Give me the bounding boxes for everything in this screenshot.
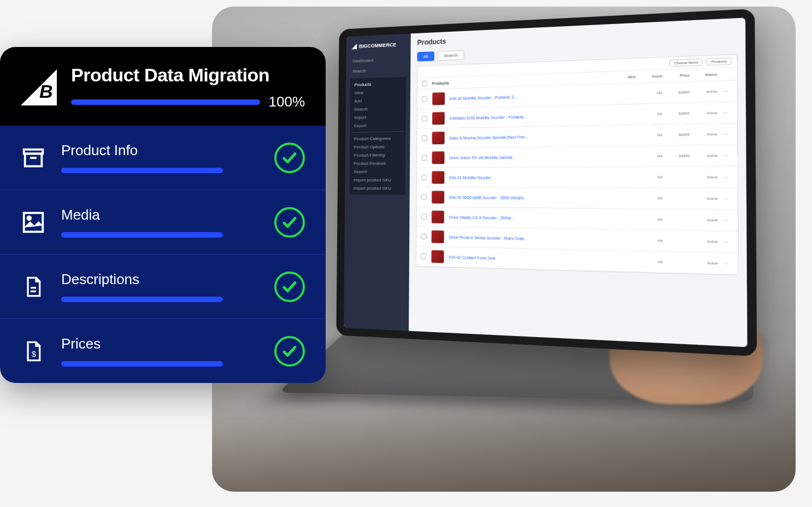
cell-status: Active: [695, 90, 717, 94]
sidebar-item-reviews[interactable]: Product Reviews: [351, 159, 403, 168]
product-name-link[interactable]: EW-42 Mobility Scooter - Portable 3...: [450, 92, 609, 101]
sidebar-item-export[interactable]: Export: [352, 121, 404, 130]
products-table: Choose Items Products Products SKU Stock…: [416, 54, 739, 275]
migration-header: B Product Data Migration 100%: [0, 47, 326, 126]
checkmark-icon: [274, 143, 305, 173]
row-actions-icon[interactable]: ⋯: [723, 217, 732, 223]
row-actions-icon[interactable]: ⋯: [722, 110, 732, 115]
product-thumbnail: [431, 210, 445, 224]
sidebar-item-dashboard[interactable]: Dashboard: [350, 55, 406, 65]
product-thumbnail: [431, 170, 445, 184]
product-thumbnail: [432, 92, 445, 105]
progress-bar: [61, 232, 223, 238]
col-actions: [722, 74, 732, 74]
sidebar-item-categories[interactable]: Product Categories: [352, 134, 404, 143]
cell-stock: NA: [641, 112, 663, 116]
migration-item-label: Media: [61, 207, 259, 223]
product-thumbnail: [432, 111, 445, 125]
col-price: Price: [667, 73, 689, 78]
migration-title-wrap: Product Data Migration 100%: [71, 64, 305, 110]
row-checkbox[interactable]: [421, 194, 427, 200]
row-actions-icon[interactable]: ⋯: [723, 153, 732, 158]
migration-item: Product Info: [0, 126, 326, 190]
migration-item: $Prices: [0, 319, 326, 383]
migration-item: Media: [0, 190, 326, 255]
image-icon: [21, 210, 46, 235]
row-actions-icon[interactable]: ⋯: [723, 196, 732, 201]
sidebar-item-filtering[interactable]: Product Filtering: [351, 151, 403, 160]
bigcommerce-logo-icon: B: [21, 69, 57, 105]
row-actions-icon[interactable]: ⋯: [722, 89, 732, 95]
product-name-link[interactable]: Drive Vision PX-VA Mobility Vehicle...: [449, 155, 609, 160]
product-name-link[interactable]: Drive Prowl-4 Series Scooter - Ruby Gray…: [449, 235, 610, 242]
col-products: Products: [432, 75, 609, 85]
sidebar-item-import-sku[interactable]: Import product SKU: [351, 176, 403, 184]
sidebar-item-import-sku2[interactable]: Import product SKU: [351, 184, 403, 192]
admin-main: Products All Search Choose Items Product…: [409, 17, 748, 347]
product-name-link[interactable]: Drive Vitality CX-9 Scooter - 350W...: [449, 215, 609, 221]
svg-point-7: [27, 216, 31, 220]
cell-status: Active: [695, 111, 717, 115]
archive-icon: [21, 145, 46, 170]
row-checkbox[interactable]: [421, 234, 426, 239]
progress-bar: [61, 297, 223, 302]
sidebar-item-search3[interactable]: Search: [351, 167, 403, 175]
cell-price: $2995: [668, 111, 690, 115]
cell-stock: NA: [641, 196, 663, 200]
choose-items-button[interactable]: Choose Items: [669, 58, 703, 67]
col-sku: SKU: [614, 75, 636, 80]
cell-price: $2995: [668, 133, 690, 137]
table-row[interactable]: Drive Vision PX-VA Mobility Vehicle...NA…: [417, 145, 737, 168]
row-actions-icon[interactable]: ⋯: [722, 131, 732, 137]
table-row[interactable]: EW-36 5000-6000 Scooter - 5000 Weight...…: [417, 187, 738, 210]
cell-status: Active: [695, 218, 717, 222]
row-checkbox[interactable]: [422, 116, 427, 121]
row-checkbox[interactable]: [421, 155, 427, 161]
products-dropdown[interactable]: Products: [707, 57, 732, 66]
cell-sku: [614, 114, 636, 115]
file-dollar-icon: $: [21, 339, 46, 364]
migration-item-content: Prices: [61, 335, 259, 367]
product-name-link[interactable]: EW-41 Mobility Scooter: [449, 175, 609, 180]
select-all-checkbox[interactable]: [422, 81, 427, 87]
cell-status: Active: [696, 261, 718, 266]
product-thumbnail: [432, 131, 445, 145]
checkmark-icon: [274, 272, 305, 302]
cell-sku: [615, 261, 636, 261]
migration-progress-card: B Product Data Migration 100% Product In…: [0, 47, 326, 383]
laptop-screen: BIGCOMMERCE Dashboard Search Products Vi…: [336, 9, 757, 356]
tab-search[interactable]: Search: [438, 50, 464, 61]
row-checkbox[interactable]: [422, 96, 427, 102]
cell-price: [668, 262, 690, 263]
cell-stock: NA: [641, 133, 663, 137]
product-name-link[interactable]: EWheels E/50 Mobility Scooter - Portable…: [450, 113, 609, 120]
cell-stock: NA: [641, 217, 663, 221]
checkmark-icon: [274, 336, 305, 367]
row-checkbox[interactable]: [422, 135, 427, 141]
sidebar-products-group: Products View Add Search Import Export P…: [349, 77, 406, 195]
row-checkbox[interactable]: [421, 214, 427, 220]
migration-item-content: Media: [61, 207, 259, 238]
row-actions-icon[interactable]: ⋯: [723, 239, 732, 244]
product-thumbnail: [431, 230, 445, 244]
cell-price: $2995: [668, 90, 690, 95]
row-actions-icon[interactable]: ⋯: [723, 261, 733, 267]
cell-stock: NA: [641, 260, 663, 264]
tab-all[interactable]: All: [417, 51, 434, 62]
cell-price: [668, 241, 690, 241]
cell-sku: [614, 135, 636, 136]
sidebar-item-options[interactable]: Product Options: [352, 143, 404, 151]
row-actions-icon[interactable]: ⋯: [723, 174, 732, 180]
product-thumbnail: [432, 151, 445, 164]
svg-rect-6: [24, 213, 43, 232]
product-name-link[interactable]: Easy & Moving Scooter Special (Red Trim.…: [450, 134, 610, 140]
product-name-link[interactable]: EW-42 Contact Form One: [449, 255, 610, 263]
cell-sku: [615, 240, 636, 240]
sidebar-item-search[interactable]: Search: [350, 65, 406, 75]
product-name-link[interactable]: EW-36 5000-6000 Scooter - 5000 Weight...: [449, 195, 609, 200]
row-checkbox[interactable]: [421, 175, 427, 180]
row-checkbox[interactable]: [421, 254, 426, 260]
table-row[interactable]: EW-41 Mobility ScooterNAActive⋯: [417, 167, 738, 188]
col-stock: Stock: [640, 74, 662, 79]
migration-item-label: Prices: [61, 335, 259, 352]
